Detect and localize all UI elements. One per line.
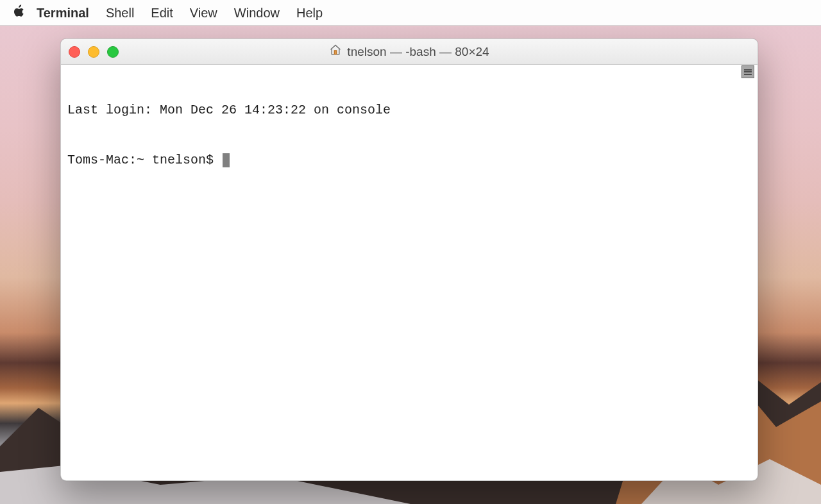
text-cursor — [223, 153, 230, 167]
window-title-text: tnelson — -bash — 80×24 — [347, 45, 489, 59]
apple-logo-icon — [12, 4, 25, 21]
shell-prompt: Toms-Mac:~ tnelson$ — [67, 152, 221, 169]
window-traffic-lights — [69, 46, 119, 58]
close-button[interactable] — [69, 46, 80, 58]
scrollbar-grip-icon[interactable] — [741, 65, 754, 78]
home-icon — [329, 44, 342, 60]
terminal-viewport[interactable]: Last login: Mon Dec 26 14:23:22 on conso… — [61, 65, 758, 208]
menu-app-name[interactable]: Terminal — [28, 0, 97, 26]
menu-edit[interactable]: Edit — [142, 0, 181, 26]
terminal-window: tnelson — -bash — 80×24 Last login: Mon … — [60, 38, 758, 481]
window-title: tnelson — -bash — 80×24 — [329, 44, 489, 60]
last-login-line: Last login: Mon Dec 26 14:23:22 on conso… — [67, 102, 751, 119]
svg-rect-0 — [335, 51, 337, 55]
prompt-line: Toms-Mac:~ tnelson$ — [67, 152, 751, 169]
menubar: Terminal Shell Edit View Window Help — [0, 0, 821, 26]
window-titlebar[interactable]: tnelson — -bash — 80×24 — [61, 39, 758, 65]
apple-menu[interactable] — [9, 4, 28, 21]
menu-window[interactable]: Window — [226, 0, 288, 26]
minimize-button[interactable] — [88, 46, 99, 58]
menu-help[interactable]: Help — [288, 0, 331, 26]
menu-view[interactable]: View — [182, 0, 226, 26]
menu-shell[interactable]: Shell — [97, 0, 142, 26]
zoom-button[interactable] — [107, 46, 119, 58]
